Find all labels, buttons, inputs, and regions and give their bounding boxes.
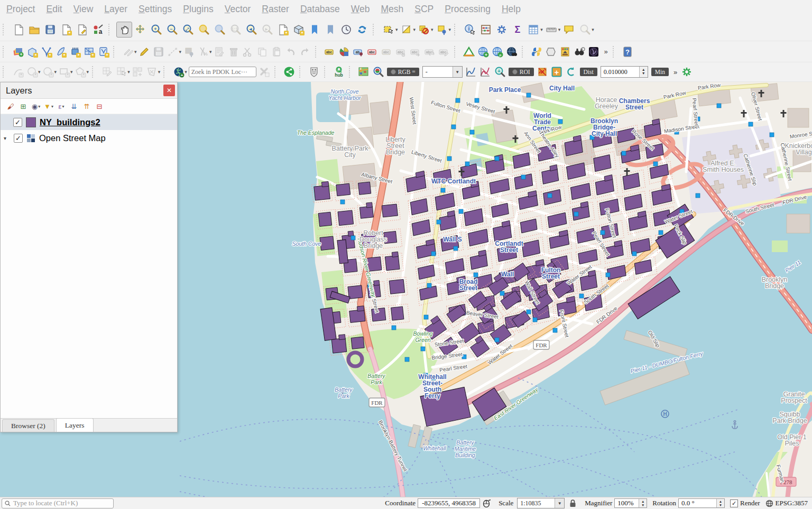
toolbar-overflow-chevron[interactable]: »	[673, 68, 676, 76]
highlight-pinned-labels-button[interactable]: abc	[366, 44, 380, 59]
layer-name[interactable]: NY_buildings2	[40, 117, 100, 127]
new-mesh-layer-button[interactable]: *	[82, 44, 96, 59]
toggle-editing-button[interactable]	[137, 44, 152, 59]
layer-item-Open Street Map[interactable]: ▾✓Open Street Map	[1, 130, 177, 146]
deselect-features-button[interactable]	[416, 22, 432, 38]
open-layer-styling-icon[interactable]: 🖌	[5, 101, 16, 112]
show-layout-manager-button[interactable]	[74, 22, 90, 38]
layer-labeling-button[interactable]: abc	[323, 44, 337, 59]
add-basemap-globe-button[interactable]: +	[476, 44, 491, 59]
menu-help[interactable]: Help	[502, 4, 521, 15]
menu-view[interactable]: View	[73, 4, 94, 15]
zoom-in-button[interactable]: +	[148, 22, 164, 38]
map-tips-button[interactable]	[561, 22, 577, 38]
extents-icon[interactable]	[482, 499, 491, 507]
remove-layer-icon[interactable]: ⊟	[94, 101, 105, 112]
scp-rgb-preview-button[interactable]	[371, 65, 385, 79]
filter-expression-icon[interactable]: ε▾	[56, 101, 67, 112]
new-3d-map-view-button[interactable]: *	[291, 22, 307, 38]
panel-tab-layers[interactable]: Layers	[56, 418, 94, 432]
scp-dist-spinbox[interactable]: 0.010000▲▼	[601, 66, 648, 78]
zoom-last-button[interactable]: ◂	[243, 22, 259, 38]
menu-edit[interactable]: Edit	[46, 4, 62, 15]
render-checkbox[interactable]: ✓	[730, 499, 738, 507]
toolbar-overflow-chevron[interactable]: »	[604, 48, 607, 55]
style-manager-button[interactable]: a	[90, 22, 106, 38]
zoom-to-layer-button[interactable]	[211, 22, 227, 38]
layers-panel-header[interactable]: Layers ✕	[1, 82, 177, 99]
zoom-to-selection-button[interactable]	[196, 22, 211, 38]
pdok-locatieserver-button[interactable]: +	[171, 65, 186, 79]
plugin-delta-button[interactable]	[462, 44, 476, 59]
menu-database[interactable]: Database	[300, 4, 340, 15]
coordinate-input[interactable]: -8239655, 4968358	[418, 498, 480, 508]
new-temporary-scratch-layer-button[interactable]: *	[68, 44, 82, 59]
scp-scatter-plot-button[interactable]	[478, 65, 493, 79]
epsg-label[interactable]: EPSG:3857	[776, 499, 808, 507]
scp-rgb-combo[interactable]: -▼	[422, 66, 463, 78]
layer-expander-icon[interactable]: ▾	[4, 135, 10, 141]
new-spatialite-layer-button[interactable]: *	[53, 44, 68, 59]
zoom-full-button[interactable]: ⤢	[180, 22, 196, 38]
new-virtual-layer-button[interactable]: *	[96, 44, 110, 59]
crs-globe-icon[interactable]	[765, 499, 773, 507]
lock-icon[interactable]	[569, 499, 576, 507]
scp-spectral-plot-button[interactable]	[464, 65, 478, 79]
show-statistics-button[interactable]: Σ	[510, 22, 525, 38]
layer-visibility-checkbox[interactable]: ✓	[14, 134, 23, 143]
search-basemap-globe-button[interactable]: ⌕	[491, 44, 505, 59]
menu-layer[interactable]: Layer	[104, 4, 127, 15]
new-print-layout-button[interactable]: *	[58, 22, 74, 38]
menu-scp[interactable]: SCP	[414, 4, 433, 15]
filter-legend-icon[interactable]: ▼▾	[43, 101, 54, 112]
scp-cut-roi-button[interactable]	[536, 65, 550, 79]
new-geopackage-layer-button[interactable]: *	[25, 44, 39, 59]
scale-combobox[interactable]: 1:10835▼	[517, 498, 565, 508]
menu-vector[interactable]: Vector	[225, 4, 251, 15]
qgis-hub-button[interactable]: Qhub	[332, 65, 346, 79]
layer-diagram-button[interactable]	[337, 44, 352, 59]
menu-mesh[interactable]: Mesh	[381, 4, 404, 15]
panel-tab-browser-2-[interactable]: Browser (2)	[2, 419, 54, 432]
menu-plugins[interactable]: Plugins	[183, 4, 213, 15]
collapse-all-icon[interactable]: ⇈	[81, 101, 93, 112]
select-features-button[interactable]	[381, 22, 396, 38]
scp-create-roi-button[interactable]: +	[550, 65, 564, 79]
magnifier-spinbox[interactable]: 100%▲▼	[614, 498, 647, 508]
scp-bandset-button[interactable]: +	[357, 65, 371, 79]
identify-features-button[interactable]: i	[462, 22, 478, 38]
plugin-binoculars-button[interactable]	[573, 44, 587, 59]
add-group-icon[interactable]: ⊞	[17, 101, 29, 112]
zoom-out-button[interactable]: −	[164, 22, 180, 38]
menu-processing[interactable]: Processing	[445, 4, 491, 15]
open-project-button[interactable]	[26, 22, 42, 38]
new-map-view-button[interactable]: *	[275, 22, 291, 38]
new-project-button[interactable]	[11, 22, 26, 38]
share-button[interactable]	[282, 65, 297, 79]
menu-web[interactable]: Web	[351, 4, 370, 15]
manage-map-themes-icon[interactable]: ◉▾	[30, 101, 42, 112]
pdok-search-input[interactable]	[189, 67, 256, 77]
scp-zoom-roi-button[interactable]: +	[493, 65, 507, 79]
statistical-summary-button[interactable]	[478, 22, 494, 38]
expand-all-icon[interactable]: ⇊	[68, 101, 80, 112]
scp-overflow-button[interactable]	[679, 65, 694, 79]
new-shapefile-layer-button[interactable]: *	[39, 44, 53, 59]
crest-button[interactable]	[307, 65, 321, 79]
osm-place-search-button[interactable]	[505, 44, 519, 59]
data-source-manager-button[interactable]: +	[11, 44, 25, 59]
plugin-hexagon-button[interactable]	[544, 44, 558, 59]
select-by-expression-button[interactable]	[399, 22, 414, 38]
plugin-bandset-button[interactable]	[558, 44, 573, 59]
pin-labels-button[interactable]: ab	[352, 44, 366, 59]
rotation-spinbox[interactable]: 0.0 °▲▼	[678, 498, 725, 508]
close-panel-button[interactable]: ✕	[163, 85, 175, 96]
processing-toolbox-button[interactable]	[494, 22, 510, 38]
pan-to-selection-button[interactable]	[132, 22, 148, 38]
open-attribute-table-button[interactable]	[525, 22, 541, 38]
temporal-controller-button[interactable]	[338, 22, 354, 38]
python-console-button[interactable]	[530, 44, 544, 59]
select-by-value-button[interactable]	[434, 22, 450, 38]
menu-project[interactable]: Project	[6, 4, 35, 15]
plugin-dark-globe-button[interactable]	[587, 44, 601, 59]
